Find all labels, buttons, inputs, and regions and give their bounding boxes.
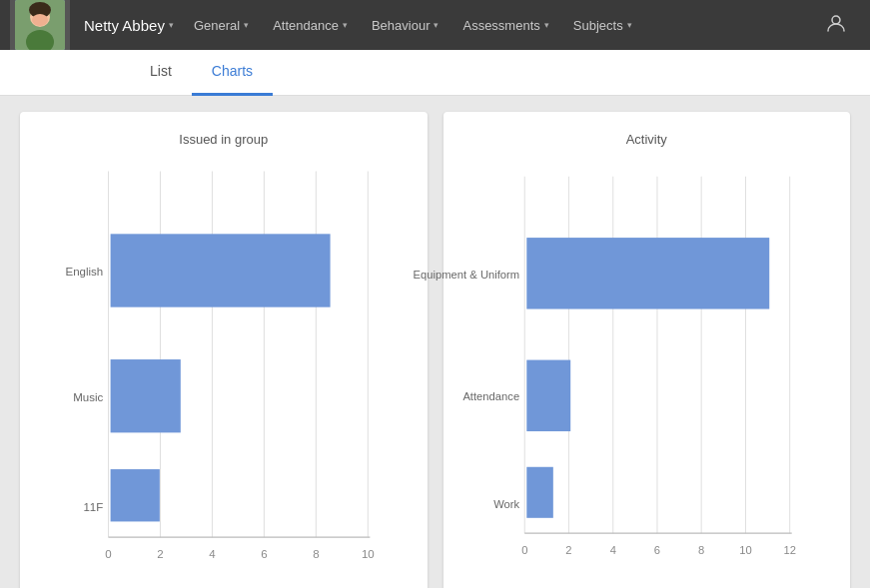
tab-charts[interactable]: Charts <box>192 50 273 96</box>
svg-text:2: 2 <box>565 544 571 556</box>
svg-text:10: 10 <box>362 548 375 560</box>
nav-item-general[interactable]: General ▾ <box>182 0 261 50</box>
assessments-arrow: ▾ <box>544 20 549 30</box>
bar-english <box>111 234 331 306</box>
bar-11f <box>111 469 160 521</box>
svg-text:Equipment & Uniform: Equipment & Uniform <box>413 269 519 281</box>
chart-card-activity: Activity Equipment & Uniform A <box>443 112 851 588</box>
svg-point-4 <box>32 14 48 26</box>
svg-text:8: 8 <box>698 544 704 556</box>
behaviour-arrow: ▾ <box>434 20 438 30</box>
subtab-bar: List Charts <box>0 50 870 96</box>
nav-item-subjects[interactable]: Subjects ▾ <box>561 0 644 50</box>
top-navigation: Netty Abbey ▾ General ▾ Attendance ▾ Beh… <box>0 0 870 50</box>
bar-chart-issued: English Music 11F 0 2 4 6 8 10 <box>40 161 408 588</box>
bar-music <box>111 359 181 432</box>
svg-text:2: 2 <box>157 548 163 560</box>
user-profile-icon[interactable] <box>812 13 860 38</box>
svg-text:English: English <box>65 266 103 278</box>
attendance-arrow: ▾ <box>343 20 348 30</box>
svg-text:12: 12 <box>783 544 795 556</box>
student-name-button[interactable]: Netty Abbey ▾ <box>70 17 182 34</box>
svg-text:6: 6 <box>653 544 659 556</box>
svg-text:6: 6 <box>261 548 267 560</box>
tab-list[interactable]: List <box>130 50 192 96</box>
svg-text:4: 4 <box>609 544 615 556</box>
student-name-text: Netty Abbey <box>84 17 165 34</box>
svg-text:Music: Music <box>73 391 103 403</box>
general-arrow: ▾ <box>244 20 249 30</box>
svg-text:10: 10 <box>739 544 751 556</box>
chart-svg-activity: Equipment & Uniform Attendance Work 0 2 … <box>463 161 831 588</box>
svg-point-5 <box>832 16 840 24</box>
bar-chart-activity: Equipment & Uniform Attendance Work 0 2 … <box>463 161 831 588</box>
student-name-arrow: ▾ <box>169 20 174 30</box>
student-avatar <box>15 0 65 50</box>
bar-equipment <box>526 238 769 308</box>
svg-text:0: 0 <box>521 544 527 556</box>
subjects-arrow: ▾ <box>627 20 632 30</box>
chart-title-activity: Activity <box>463 132 831 147</box>
avatar <box>10 0 70 50</box>
chart-card-issued-in-group: Issued in group English Music 11F <box>20 112 428 588</box>
svg-text:8: 8 <box>313 548 319 560</box>
bar-attendance <box>526 360 570 431</box>
svg-text:11F: 11F <box>83 501 103 513</box>
nav-item-attendance[interactable]: Attendance ▾ <box>261 0 360 50</box>
chart-svg-issued: English Music 11F 0 2 4 6 8 10 <box>40 161 408 588</box>
nav-item-assessments[interactable]: Assessments ▾ <box>450 0 560 50</box>
svg-text:0: 0 <box>105 548 111 560</box>
main-content: Issued in group English Music 11F <box>0 96 870 588</box>
svg-text:4: 4 <box>209 548 216 560</box>
chart-title-issued: Issued in group <box>40 132 408 147</box>
svg-text:Attendance: Attendance <box>462 390 519 402</box>
svg-text:Work: Work <box>493 498 519 510</box>
nav-item-behaviour[interactable]: Behaviour ▾ <box>360 0 451 50</box>
nav-items: General ▾ Attendance ▾ Behaviour ▾ Asses… <box>182 0 812 50</box>
bar-work <box>526 467 553 518</box>
